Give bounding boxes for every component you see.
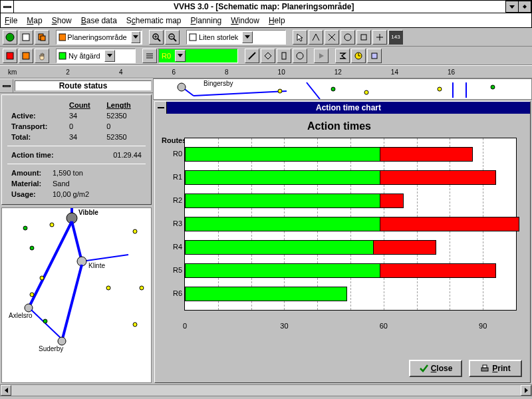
tool-world-icon[interactable] xyxy=(3,30,17,45)
zoom-out-icon[interactable] xyxy=(165,30,180,45)
svg-rect-4 xyxy=(59,34,66,41)
svg-rect-27 xyxy=(372,53,377,59)
route-combo[interactable]: R0 xyxy=(158,49,238,63)
bar-label: R1 xyxy=(166,173,182,181)
horizontal-scrollbar[interactable] xyxy=(0,384,532,396)
tool-map-icon[interactable] xyxy=(19,30,33,45)
menu-planning[interactable]: Planning xyxy=(191,16,222,25)
bar-label: R4 xyxy=(166,243,182,251)
svg-point-0 xyxy=(6,33,14,41)
maximize-button[interactable] xyxy=(518,1,531,13)
dropdown-icon[interactable] xyxy=(175,50,186,62)
bar-segment-green xyxy=(185,287,347,301)
value-usage: 10,00 g/m2 xyxy=(50,190,144,199)
value-active-count: 34 xyxy=(66,111,102,120)
menu-show[interactable]: Show xyxy=(52,16,72,25)
action-combo-text: Ny åtgärd xyxy=(67,52,104,60)
map-label: Suderby xyxy=(39,345,63,352)
route-status-panel: Count Length Active: 34 52350 Transport:… xyxy=(1,94,152,205)
play-icon[interactable] xyxy=(314,49,329,63)
tool-c1-icon[interactable] xyxy=(261,49,275,63)
svg-point-39 xyxy=(30,293,34,297)
line-icon[interactable] xyxy=(245,49,259,63)
overview-strip[interactable]: Bingersby xyxy=(153,78,532,100)
value-total-count: 34 xyxy=(66,132,102,142)
svg-rect-16 xyxy=(23,53,29,59)
schematic-map[interactable]: Vibble Klinte Axlelsro Suderby xyxy=(1,207,152,383)
tool-b-icon[interactable] xyxy=(19,49,33,63)
label-usage: Usage: xyxy=(9,190,49,199)
svg-point-44 xyxy=(30,246,34,250)
sigma-icon[interactable] xyxy=(335,49,350,63)
check-icon xyxy=(419,364,428,373)
size-combo[interactable]: Liten storlek xyxy=(186,30,286,45)
ruler-tick: 10 xyxy=(278,68,285,76)
tool-x6-icon[interactable]: 143 xyxy=(388,30,403,45)
value-amount: 1,590 ton xyxy=(50,168,144,178)
route-status-title: Route status xyxy=(15,80,152,91)
svg-rect-17 xyxy=(59,53,66,59)
value-transport-count: 0 xyxy=(66,122,102,131)
svg-rect-14 xyxy=(361,35,366,40)
svg-point-54 xyxy=(364,90,368,94)
svg-line-51 xyxy=(307,82,320,99)
svg-point-37 xyxy=(58,337,66,345)
tool-x5-icon[interactable] xyxy=(372,30,387,45)
ruler-tick: 8 xyxy=(225,68,229,76)
ruler-tick: 16 xyxy=(448,68,455,76)
ruler-tick: 2 xyxy=(66,68,70,76)
ruler-tick: 6 xyxy=(172,68,176,76)
chart-plot: 0306090R0R1R2R3R4R5R6 xyxy=(184,138,517,311)
dropdown-icon[interactable] xyxy=(242,31,253,43)
svg-rect-15 xyxy=(7,53,13,59)
tool-x2-icon[interactable] xyxy=(325,30,339,45)
menu-file[interactable]: File xyxy=(5,16,17,25)
marker-icon[interactable] xyxy=(367,49,382,63)
scroll-right-icon[interactable] xyxy=(521,385,531,396)
bar-segment-red xyxy=(374,240,437,255)
zoom-in-icon[interactable] xyxy=(149,30,164,45)
area-combo-text: Planeringsområde xyxy=(66,33,130,41)
menu-base-data[interactable]: Base data xyxy=(81,16,117,25)
tool-c3-icon[interactable] xyxy=(293,49,307,63)
clock-icon[interactable] xyxy=(351,49,366,63)
label-transport: Transport: xyxy=(9,122,65,131)
map-label: Axlelsro xyxy=(9,312,33,319)
svg-line-6 xyxy=(158,39,160,41)
ruler-tick: 14 xyxy=(391,68,398,76)
tool-x1-icon[interactable] xyxy=(309,30,323,45)
label-amount: Amount: xyxy=(9,168,49,178)
menu-help[interactable]: Help xyxy=(269,16,285,25)
bar-row: R5 xyxy=(185,263,496,278)
menu-window[interactable]: Window xyxy=(231,16,259,25)
list-icon[interactable] xyxy=(142,49,157,63)
svg-point-58 xyxy=(491,85,495,89)
minimize-button[interactable] xyxy=(505,1,519,13)
close-button[interactable]: Close xyxy=(409,360,462,377)
chart-window: Action time chart Action times Routes 03… xyxy=(154,101,531,383)
svg-line-34 xyxy=(62,265,82,341)
hand-icon[interactable] xyxy=(35,49,49,63)
tool-a-icon[interactable] xyxy=(3,49,17,63)
tool-x4-icon[interactable] xyxy=(356,30,371,45)
panel-sysmenu-icon[interactable] xyxy=(0,79,13,92)
dropdown-icon[interactable] xyxy=(104,50,115,62)
tool-copy-icon[interactable] xyxy=(35,30,49,45)
area-combo[interactable]: Planeringsområde xyxy=(56,30,142,45)
svg-point-57 xyxy=(438,87,442,91)
chart-title: Action times xyxy=(162,120,517,132)
action-combo[interactable]: Ny åtgärd xyxy=(56,49,136,63)
system-menu-icon[interactable] xyxy=(1,1,14,13)
menu-map[interactable]: Map xyxy=(27,16,42,25)
tool-x3-icon[interactable] xyxy=(340,30,355,45)
chart-sysmenu-icon[interactable] xyxy=(155,102,167,114)
scroll-left-icon[interactable] xyxy=(1,385,11,396)
tool-c2-icon[interactable] xyxy=(277,49,291,63)
bar-segment-red xyxy=(380,263,496,278)
bar-segment-green xyxy=(185,263,380,278)
menu-schematic-map[interactable]: Schematic map xyxy=(126,16,182,25)
print-button[interactable]: Print xyxy=(469,360,522,377)
pointer-icon[interactable] xyxy=(293,30,307,45)
route-combo-text: R0 xyxy=(160,52,175,60)
dropdown-icon[interactable] xyxy=(131,31,140,43)
